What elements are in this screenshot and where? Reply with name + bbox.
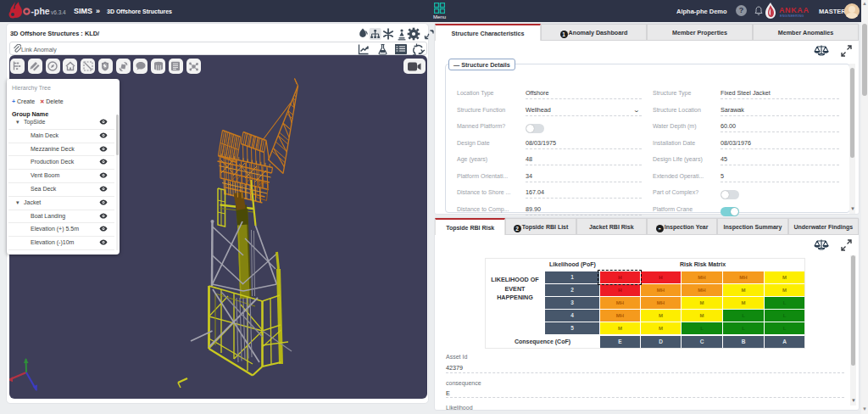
svg-text:ANKAA: ANKAA: [779, 6, 810, 14]
svg-text:-phe: -phe: [31, 6, 50, 16]
svg-text:ENGINEERING: ENGINEERING: [780, 14, 804, 18]
